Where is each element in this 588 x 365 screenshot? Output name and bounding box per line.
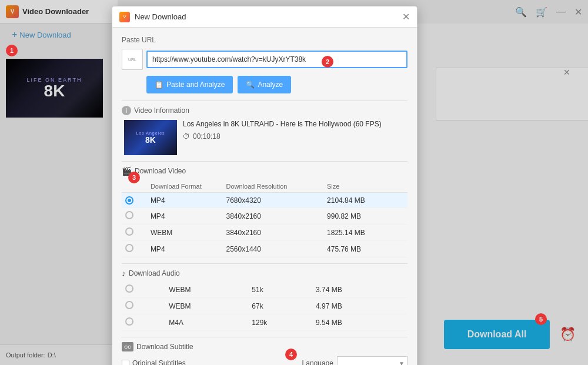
badge-5: 5 [535,313,547,325]
subtitle-section: CC Download Subtitle Original Subtitles … [122,342,407,365]
video-format-row[interactable]: WEBM 3840x2160 1825.14 MB [122,225,407,241]
video-title: Los Angeles in 8K ULTRAHD - Here is The … [183,120,407,129]
audio-quality-cell: 67k [248,298,312,314]
paste-url-label: Paste URL [122,36,407,44]
modal-body: Paste URL URL 📋 Paste and Analyze 🔍 Anal… [112,28,417,365]
analyze-button[interactable]: 🔍 Analyze [238,76,291,93]
divider-1 [122,101,407,101]
download-video-label: Download Video [135,167,186,175]
paste-and-analyze-button[interactable]: 📋 Paste and Analyze [146,76,233,93]
badge-3: 3 [128,172,140,183]
video-format-row[interactable]: MP4 7680x4320 2104.84 MB [122,193,407,208]
resolution-cell: 7680x4320 [223,193,324,208]
audio-format-cell: M4A [165,314,248,331]
modal-title: New Download [135,12,397,21]
clock-icon: ⏱ [183,132,190,140]
modal-close-button[interactable]: ✕ [402,11,410,22]
radio-audio-0[interactable] [125,284,133,293]
video-info-row: Los Angeles 8K Los Angeles in 8K ULTRAHD… [122,120,407,155]
modal-titlebar: V New Download ✕ [112,6,417,28]
video-duration: ⏱ 00:10:18 [183,132,407,140]
language-label: Language [302,359,333,365]
cc-icon: CC [122,342,133,351]
duration-value: 00:10:18 [193,132,220,140]
download-audio-label: Download Audio [129,269,180,277]
subtitle-header: CC Download Subtitle [122,342,407,351]
size-cell: 2104.84 MB [323,193,407,208]
audio-quality-cell: 51k [248,282,312,298]
video-thumb-inner: Los Angeles 8K [136,131,165,145]
video-info-header: i Video Information [122,106,407,115]
radio-audio-1[interactable] [125,301,133,309]
divider-4 [122,337,407,337]
radio-video-0[interactable] [125,196,133,205]
badge-4: 4 [285,349,297,360]
checkbox-box[interactable] [122,360,129,366]
audio-size-cell: 4.97 MB [312,298,407,314]
audio-format-row[interactable]: M4A 129k 9.54 MB [122,314,407,331]
video-thumbnail: Los Angeles 8K [124,120,177,155]
thumb-text1: Los Angeles [136,131,165,135]
col-resolution: Download Resolution [223,180,324,193]
audio-formats-table: WEBM 51k 3.74 MB WEBM 67k 4.97 MB M4A 12… [122,282,407,331]
download-video-header: 🎬 Download Video [122,166,407,176]
col-size: Size [323,180,407,193]
subtitle-row: Original Subtitles Language ▼ [122,356,407,365]
audio-format-row[interactable]: WEBM 67k 4.97 MB [122,298,407,314]
resolution-cell: 3840x2160 [223,208,324,225]
resolution-cell: 2560x1440 [223,241,324,257]
col-format: Download Format [147,180,223,193]
new-download-modal: V New Download ✕ Paste URL URL 📋 Paste a… [112,6,417,365]
video-details: Los Angeles in 8K ULTRAHD - Here is The … [183,120,407,140]
language-select[interactable] [337,356,407,365]
radio-audio-2[interactable] [125,317,133,326]
badge-1: 1 [6,45,18,56]
language-row: Language ▼ [302,356,407,365]
size-cell: 990.82 MB [323,208,407,225]
audio-quality-cell: 129k [248,314,312,331]
resolution-cell: 3840x2160 [223,225,324,241]
original-subtitles-checkbox[interactable]: Original Subtitles [122,359,186,365]
url-input[interactable] [146,51,407,68]
thumb-text2: 8K [145,135,156,145]
badge-2: 2 [322,56,333,68]
video-info-label: Video Information [134,106,189,115]
subtitle-label: Download Subtitle [136,343,193,351]
format-cell: WEBM [147,225,223,241]
size-cell: 475.76 MB [323,241,407,257]
audio-format-cell: WEBM [165,298,248,314]
modal-logo: V [119,12,130,22]
audio-format-row[interactable]: WEBM 51k 3.74 MB [122,282,407,298]
format-cell: MP4 [147,208,223,225]
video-formats-table: Download Format Download Resolution Size… [122,180,407,257]
radio-video-2[interactable] [125,227,133,236]
radio-video-3[interactable] [125,244,133,252]
url-icon: URL [122,49,143,70]
music-icon: ♪ [122,269,126,278]
size-cell: 1825.14 MB [323,225,407,241]
original-subtitles-label: Original Subtitles [132,359,186,365]
radio-video-1[interactable] [125,211,133,219]
url-icon-text: URL [128,58,136,62]
paste-analyze-label: Paste and Analyze [166,81,225,89]
divider-3 [122,263,407,264]
video-format-row[interactable]: MP4 2560x1440 475.76 MB [122,241,407,257]
search-btn-icon: 🔍 [246,81,255,89]
divider-2 [122,161,407,162]
url-input-row: URL [122,49,407,70]
audio-size-cell: 9.54 MB [312,314,407,331]
paste-icon: 📋 [155,81,163,89]
video-table-wrapper: Download Format Download Resolution Size… [122,180,407,259]
format-cell: MP4 [147,241,223,257]
video-format-row[interactable]: MP4 3840x2160 990.82 MB [122,208,407,225]
audio-size-cell: 3.74 MB [312,282,407,298]
format-cell: MP4 [147,193,223,208]
analyze-label: Analyze [258,81,283,89]
audio-format-cell: WEBM [165,282,248,298]
info-icon: i [122,106,131,115]
download-audio-header: ♪ Download Audio [122,269,407,278]
button-row: 📋 Paste and Analyze 🔍 Analyze [122,76,407,93]
audio-table-wrapper: WEBM 51k 3.74 MB WEBM 67k 4.97 MB M4A 12… [122,282,407,332]
